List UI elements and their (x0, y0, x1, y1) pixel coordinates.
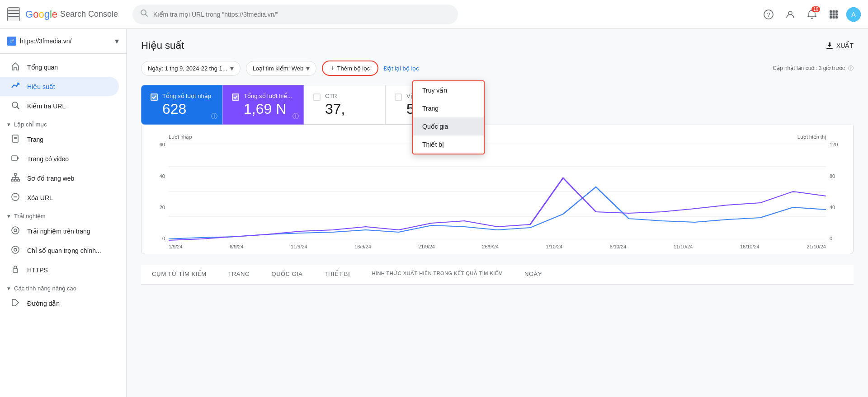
https-label: HTTPS (27, 266, 48, 274)
home-icon (11, 62, 20, 72)
tab-hinh-thuc[interactable]: HÌNH THỨC XUẤT HIỆN TRONG KẾT QUẢ TÌM KI… (361, 265, 514, 284)
impressions-checkbox[interactable] (232, 93, 239, 101)
clicks-info-icon[interactable]: ⓘ (211, 112, 217, 121)
date-filter-label: Ngày: 1 thg 9, 2024-22 thg 1... (148, 65, 227, 72)
tab-thiet-bi[interactable]: THIẾT BỊ (313, 265, 361, 284)
tong-quan-label: Tổng quan (27, 64, 58, 71)
search-bar[interactable] (132, 5, 458, 24)
y-axis-right: 120 80 40 0 (826, 142, 844, 241)
so-do-label: Sơ đồ trang web (27, 175, 74, 182)
remove-url-icon (11, 192, 20, 203)
x-axis: 1/9/24 6/9/24 11/9/24 16/9/24 21/9/24 26… (151, 241, 844, 249)
filter-option-truy-van[interactable]: Truy vấn (413, 81, 484, 99)
https-icon (11, 265, 20, 275)
header-actions: ? 16 A (760, 5, 861, 23)
ctr-checkbox[interactable] (313, 93, 321, 101)
svg-rect-10 (835, 10, 838, 13)
svg-rect-41 (13, 269, 18, 272)
avatar[interactable]: A (846, 7, 861, 22)
add-filter-label: Thêm bộ lọc (337, 65, 370, 72)
site-dropdown-arrow: ▾ (115, 36, 119, 46)
help-button[interactable]: ? (760, 5, 778, 23)
filter-option-trang[interactable]: Trang (413, 99, 484, 117)
sidebar-item-trai-nghiem[interactable]: Trải nghiệm trên trang (0, 221, 119, 241)
svg-point-40 (14, 248, 17, 251)
section-chevron-icon3: ▾ (7, 285, 10, 292)
reset-filter-link[interactable]: Đặt lại bộ lọc (384, 65, 419, 72)
chart-svg (169, 142, 826, 241)
add-filter-button[interactable]: + Thêm bộ lọc (322, 61, 378, 76)
sidebar: 3f https://3fmedia.vn/ ▾ Tổng quan Hiệu … (0, 29, 127, 397)
section-tinh-nang[interactable]: ▾ Các tính năng nâng cao (0, 281, 126, 294)
main-content: Hiệu suất XUẤT Ngày: 1 thg 9, 2024-22 th… (127, 29, 868, 397)
tab-ngay[interactable]: NGÀY (514, 265, 553, 284)
sidebar-item-xoa-url[interactable]: Xóa URL (0, 188, 119, 207)
breadcrumb-nav-icon (11, 298, 20, 308)
notifications-button[interactable]: 16 (803, 5, 821, 23)
section-chevron-icon2: ▾ (7, 213, 10, 220)
date-filter-chip[interactable]: Ngày: 1 thg 9, 2024-22 thg 1... ▾ (141, 61, 241, 76)
sidebar-item-chi-so[interactable]: Chỉ số quan trọng chính... (0, 241, 119, 260)
date-filter-arrow: ▾ (230, 64, 234, 73)
tab-quoc-gia[interactable]: QUỐC GIA (261, 265, 314, 284)
svg-rect-15 (833, 16, 835, 19)
section-lap-chi-muc[interactable]: ▾ Lập chỉ mục (0, 117, 126, 130)
svg-text:A: A (851, 11, 856, 18)
svg-line-20 (17, 107, 19, 109)
sitemap-icon (11, 173, 20, 183)
sidebar-item-hieu-suat[interactable]: Hiệu suất (0, 77, 119, 96)
sidebar-item-duong-dan[interactable]: Đường dẫn (0, 294, 119, 313)
filter-dropdown-menu: Truy vấn Trang Quốc gia Thiết bị (412, 80, 485, 154)
svg-marker-42 (12, 299, 19, 306)
position-checkbox[interactable] (395, 93, 402, 101)
xoa-url-label: Xóa URL (27, 194, 53, 201)
account-button[interactable] (781, 5, 799, 23)
site-selector[interactable]: 3f https://3fmedia.vn/ ▾ (0, 33, 126, 54)
chart-area: 60 40 20 0 (151, 142, 844, 241)
y-axis-left: 60 40 20 0 (151, 142, 169, 241)
sidebar-item-kiem-tra-url[interactable]: Kiểm tra URL (0, 96, 119, 116)
sidebar-item-https[interactable]: HTTPS (0, 260, 119, 280)
google-wordmark: Google (25, 9, 57, 20)
svg-point-39 (12, 246, 19, 253)
svg-rect-2 (8, 16, 19, 17)
svg-rect-8 (830, 10, 832, 13)
svg-rect-26 (14, 173, 16, 175)
sidebar-item-trang[interactable]: Trang (0, 130, 119, 149)
sidebar-item-tong-quan[interactable]: Tổng quan (0, 57, 119, 77)
header: Google Search Console ? 16 A (0, 0, 868, 29)
page-icon (11, 134, 20, 145)
clicks-checkbox[interactable] (151, 93, 158, 101)
duong-dan-label: Đường dẫn (27, 300, 60, 307)
sidebar-item-so-do-trang-web[interactable]: Sơ đồ trang web (0, 168, 119, 188)
export-button[interactable]: XUẤT (826, 42, 854, 50)
impressions-content: Tổng số lượt hiể... 1,69 N (244, 93, 294, 117)
search-type-chip[interactable]: Loại tìm kiếm: Web ▾ (246, 61, 317, 76)
impressions-info-icon[interactable]: ⓘ (292, 112, 299, 121)
page-title: Hiệu suất (141, 40, 184, 51)
filter-option-quoc-gia[interactable]: Quốc gia (413, 117, 484, 135)
apps-button[interactable] (825, 5, 843, 23)
line-chart (169, 142, 826, 241)
filter-option-thiet-bi[interactable]: Thiết bị (413, 135, 484, 154)
impressions-label: Tổng số lượt hiể... (244, 93, 294, 99)
section-label2: Trải nghiệm (14, 213, 46, 220)
menu-icon[interactable] (7, 7, 20, 21)
metric-card-ctr: CTR 37, (304, 85, 385, 125)
section-label3: Các tính năng nâng cao (14, 285, 76, 292)
tab-trang[interactable]: TRANG (217, 265, 261, 284)
svg-rect-14 (830, 16, 832, 19)
metric-cards: Tổng số lượt nhập 628 ⓘ Tổng số lượt hiể… (141, 85, 854, 125)
sidebar-item-trang-co-video[interactable]: Trang có video (0, 149, 119, 168)
search-type-label: Loại tìm kiếm: Web (253, 65, 304, 72)
svg-line-4 (146, 14, 148, 17)
ctr-label: CTR (325, 93, 376, 99)
search-input[interactable] (153, 11, 451, 18)
y-right-title: Lượt hiển thị (797, 134, 844, 140)
inspect-icon (11, 101, 20, 111)
svg-point-37 (12, 227, 19, 234)
plus-icon: + (330, 64, 334, 72)
section-trai-nghiem[interactable]: ▾ Trải nghiệm (0, 209, 126, 221)
site-icon: 3f (7, 37, 16, 46)
tab-cum-tu[interactable]: CỤM TỪ TÌM KIẾM (141, 265, 217, 284)
